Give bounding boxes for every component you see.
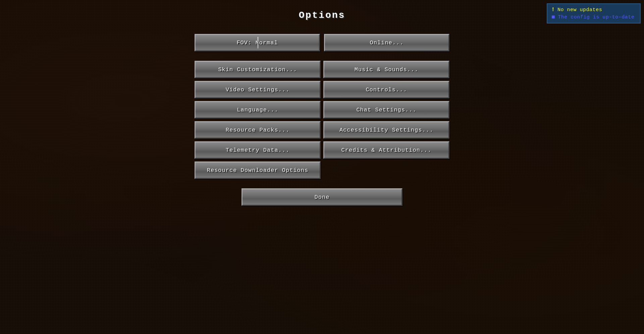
accessibility-settings-button[interactable]: Accessibility Settings... <box>323 121 449 139</box>
done-button[interactable]: Done <box>241 188 402 206</box>
buttons-grid: Skin Customization... Music & Sounds... … <box>195 61 449 179</box>
skin-customization-button[interactable]: Skin Customization... <box>195 61 321 78</box>
options-container: FOV: Normal Online... Skin Customization… <box>195 34 449 206</box>
telemetry-data-button[interactable]: Telemetry Data... <box>195 141 321 159</box>
video-settings-button[interactable]: Video Settings... <box>195 81 321 98</box>
online-button[interactable]: Online... <box>324 34 449 51</box>
music-sounds-button[interactable]: Music & Sounds... <box>323 61 449 78</box>
page-title: Options <box>299 10 345 20</box>
resource-downloader-button[interactable]: Resource Downloader Options <box>195 161 321 179</box>
page-content: Options FOV: Normal Online... Skin Custo… <box>0 0 644 334</box>
credits-attribution-button[interactable]: Credits & Attribution... <box>323 141 449 159</box>
controls-button[interactable]: Controls... <box>323 81 449 98</box>
resource-packs-button[interactable]: Resource Packs... <box>195 121 321 139</box>
top-row: FOV: Normal Online... <box>195 34 449 51</box>
done-button-wrapper: Done <box>241 188 402 206</box>
fov-slider-indicator <box>257 37 259 49</box>
language-button[interactable]: Language... <box>195 101 321 118</box>
chat-settings-button[interactable]: Chat Settings... <box>323 101 449 118</box>
fov-button[interactable]: FOV: Normal <box>195 34 320 51</box>
